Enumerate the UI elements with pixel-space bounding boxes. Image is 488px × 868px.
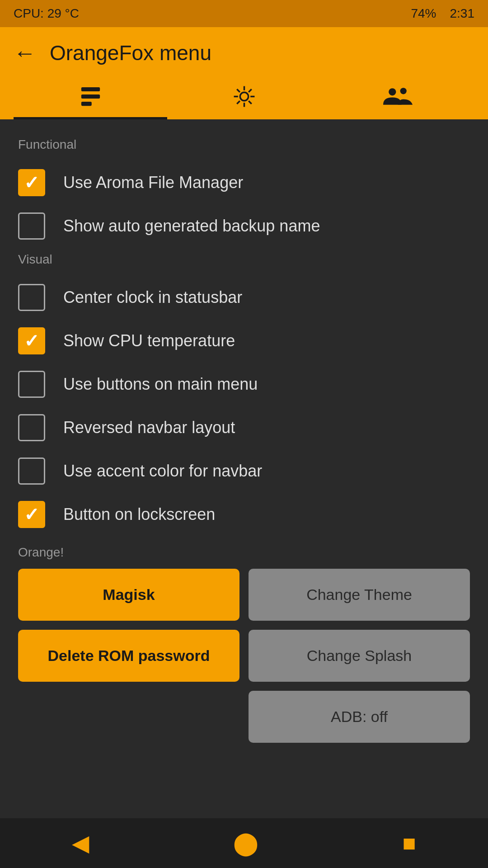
tools-icon xyxy=(232,84,257,114)
magisk-button[interactable]: Magisk xyxy=(18,569,239,621)
nav-recent-button[interactable]: ■ xyxy=(402,832,416,854)
tab-bar xyxy=(14,79,474,119)
checkbox-center-clock-label: Center clock in statusbar xyxy=(63,288,242,307)
svg-rect-1 xyxy=(81,94,99,98)
buttons-grid: Magisk Change Theme Delete ROM password … xyxy=(18,569,470,743)
back-button[interactable]: ← xyxy=(14,42,36,64)
adb-button[interactable]: ADB: off xyxy=(249,691,470,743)
cpu-temp: CPU: 29 °C xyxy=(14,6,79,21)
checkbox-backup-name-label: Show auto generated backup name xyxy=(63,217,320,236)
checkbox-reversed-navbar-label: Reversed navbar layout xyxy=(63,418,235,437)
checkbox-lockscreen-btn-box[interactable]: ✓ xyxy=(18,501,45,528)
visual-section-header: Visual xyxy=(18,252,470,267)
checkbox-reversed-navbar[interactable]: Reversed navbar layout xyxy=(18,406,470,449)
checkbox-cpu-temp-box[interactable]: ✓ xyxy=(18,327,45,354)
svg-line-9 xyxy=(249,101,251,104)
check-icon: ✓ xyxy=(24,174,39,192)
change-theme-button[interactable]: Change Theme xyxy=(249,569,470,621)
time: 2:31 xyxy=(450,6,475,21)
functional-section-header: Functional xyxy=(18,137,470,152)
checkbox-accent-navbar[interactable]: Use accent color for navbar xyxy=(18,449,470,493)
svg-point-13 xyxy=(400,88,406,94)
checkbox-accent-navbar-box[interactable] xyxy=(18,458,45,485)
tab-users[interactable] xyxy=(321,79,474,119)
check-icon-2: ✓ xyxy=(24,332,39,350)
svg-line-11 xyxy=(237,101,239,104)
top-bar: ← OrangeFox menu xyxy=(0,27,488,119)
checkbox-accent-navbar-label: Use accent color for navbar xyxy=(63,462,262,481)
users-icon xyxy=(383,84,413,114)
svg-line-10 xyxy=(249,89,251,92)
checkbox-lockscreen-btn-label: Button on lockscreen xyxy=(63,505,215,524)
checkbox-center-clock[interactable]: Center clock in statusbar xyxy=(18,276,470,319)
orange-section-header: Orange! xyxy=(18,545,470,560)
svg-rect-0 xyxy=(81,87,99,91)
delete-rom-password-button[interactable]: Delete ROM password xyxy=(18,630,239,682)
checkbox-main-menu-btns-box[interactable] xyxy=(18,371,45,398)
checkbox-backup-name-box[interactable] xyxy=(18,212,45,240)
bottom-nav: ◀ ⬤ ■ xyxy=(0,818,488,868)
checkbox-main-menu-btns[interactable]: Use buttons on main menu xyxy=(18,363,470,406)
status-right: 74% 2:31 xyxy=(411,6,474,21)
top-bar-header: ← OrangeFox menu xyxy=(14,41,474,65)
checkbox-aroma[interactable]: ✓ Use Aroma File Manager xyxy=(18,161,470,204)
tab-tools[interactable] xyxy=(167,79,321,119)
checkbox-aroma-box[interactable]: ✓ xyxy=(18,169,45,196)
change-splash-button[interactable]: Change Splash xyxy=(249,630,470,682)
checkbox-cpu-temp[interactable]: ✓ Show CPU temperature xyxy=(18,319,470,363)
checkbox-backup-name[interactable]: Show auto generated backup name xyxy=(18,204,470,248)
battery: 74% xyxy=(411,6,436,21)
page-title: OrangeFox menu xyxy=(50,41,211,65)
svg-line-8 xyxy=(237,89,239,92)
checkbox-reversed-navbar-box[interactable] xyxy=(18,414,45,441)
checkbox-aroma-label: Use Aroma File Manager xyxy=(63,173,243,192)
nav-home-button[interactable]: ⬤ xyxy=(233,832,258,854)
content: Functional ✓ Use Aroma File Manager Show… xyxy=(0,119,488,815)
settings-icon xyxy=(78,84,103,114)
nav-back-button[interactable]: ◀ xyxy=(72,832,89,854)
svg-rect-2 xyxy=(81,101,91,105)
svg-point-12 xyxy=(389,88,396,95)
status-bar: CPU: 29 °C 74% 2:31 xyxy=(0,0,488,27)
tab-settings[interactable] xyxy=(14,79,167,119)
checkbox-center-clock-box[interactable] xyxy=(18,284,45,311)
svg-point-3 xyxy=(240,92,248,100)
checkbox-lockscreen-btn[interactable]: ✓ Button on lockscreen xyxy=(18,493,470,536)
checkbox-main-menu-btns-label: Use buttons on main menu xyxy=(63,375,258,394)
check-icon-3: ✓ xyxy=(24,505,39,524)
checkbox-cpu-temp-label: Show CPU temperature xyxy=(63,331,235,350)
